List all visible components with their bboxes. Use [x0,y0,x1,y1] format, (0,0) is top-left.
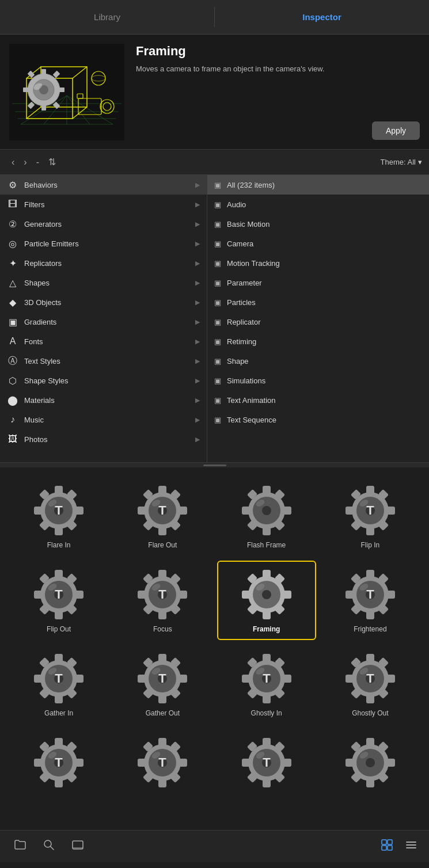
resize-handle[interactable] [0,463,429,467]
item-icon-gradients: ▣ [7,316,18,328]
grid-item-frightened[interactable]: T Frightened [321,561,420,640]
left-item-inner: ◆ 3D Objects [7,296,61,308]
grid-item-label: Framing [253,625,280,633]
left-item-label: Music [24,416,44,424]
grid-item-item16[interactable] [321,729,420,800]
right-item-text_sequence[interactable]: ▣ Text Sequence [207,410,429,429]
right-item-replicator[interactable]: ▣ Replicator [207,312,429,332]
folder-icon [14,839,26,851]
grid-item-ghostly_out[interactable]: T Ghostly Out [321,645,420,724]
left-item-filters[interactable]: 🎞 Filters ▶ [0,195,207,214]
left-item-inner: ▣ Gradients [7,316,56,328]
search-button[interactable] [40,836,58,856]
left-item-fonts[interactable]: A Fonts ▶ [0,332,207,351]
back-button[interactable]: ‹ [7,155,19,170]
right-item-text_animation[interactable]: ▣ Text Animation [207,390,429,410]
forward-button[interactable]: › [19,155,31,170]
theme-selector[interactable]: Theme: All ▾ [381,158,422,166]
right-item-label: Camera [227,239,253,248]
grid-item-flash_frame[interactable]: Flash Frame [217,477,316,556]
left-item-text_styles[interactable]: Ⓐ Text Styles ▶ [0,351,207,371]
folder-button[interactable] [12,836,29,856]
left-item-inner: ⚙ Behaviors [7,179,58,191]
grid-item-focus[interactable]: T Focus [113,561,212,640]
gear-icon-gather_in: T [33,653,85,705]
left-item-inner: ⬡ Shape Styles [7,375,69,386]
grid-item-flip_out[interactable]: T Flip Out [9,561,108,640]
right-item-camera[interactable]: ▣ Camera [207,234,429,253]
browser: ⚙ Behaviors ▶ 🎞 Filters ▶ ② Generators ▶… [0,175,429,463]
right-item-retiming[interactable]: ▣ Retiming [207,332,429,351]
right-item-motion_tracking[interactable]: ▣ Motion Tracking [207,253,429,273]
left-item-label: Gradients [24,318,56,326]
gear-icon-flip_in: T [344,485,396,536]
left-item-gradients[interactable]: ▣ Gradients ▶ [0,312,207,332]
grid-item-flare_out[interactable]: T Flare Out [113,477,212,556]
updown-button[interactable]: ⇅ [44,154,60,170]
grid-item-flip_in[interactable]: T Flip In [321,477,420,556]
left-item-shape_styles[interactable]: ⬡ Shape Styles ▶ [0,371,207,390]
preview-thumbnail [9,44,124,140]
left-item-label: Replicators [24,259,62,268]
grid-item-gather_in[interactable]: T Gather In [9,645,108,724]
grid-item-label: Ghostly In [251,709,282,717]
item-icon-particle_emitters: ◎ [7,238,18,249]
gear-icon-item14: T [136,737,188,789]
left-item-label: 3D Objects [24,298,61,307]
left-item-shapes[interactable]: △ Shapes ▶ [0,273,207,292]
right-item-particles[interactable]: ▣ Particles [207,292,429,312]
right-item-audio[interactable]: ▣ Audio [207,195,429,214]
separator-button[interactable]: - [32,155,44,170]
svg-rect-246 [382,846,386,850]
grid-item-ghostly_in[interactable]: T Ghostly In [217,645,316,724]
svg-text:T: T [366,587,374,601]
item-icon-fonts: A [7,336,18,347]
item-icon-text_styles: Ⓐ [7,355,18,367]
svg-rect-21 [59,87,64,92]
right-item-basic_motion[interactable]: ▣ Basic Motion [207,214,429,234]
item-icon-filters: 🎞 [7,199,18,210]
grid-item-item14[interactable]: T [113,729,212,800]
tab-inspector[interactable]: Inspector [215,0,429,34]
left-item-label: Photos [24,435,47,444]
left-item-behaviors[interactable]: ⚙ Behaviors ▶ [0,175,207,195]
grid-item-label: Flare Out [148,541,177,549]
left-panel: ⚙ Behaviors ▶ 🎞 Filters ▶ ② Generators ▶… [0,175,207,462]
left-item-inner: ② Generators [7,218,62,230]
grid-item-item13[interactable]: T [9,729,108,800]
grid-item-label: Gather Out [146,709,180,717]
grid-view-icon [381,839,393,851]
left-item-label: Behaviors [24,181,58,189]
left-item-inner: ✦ Replicators [7,257,62,269]
tab-library[interactable]: Library [0,0,214,34]
grid-item-gather_out[interactable]: T Gather Out [113,645,212,724]
left-item-photos[interactable]: 🖼 Photos ▶ [0,429,207,449]
folder-icon-small: ▣ [214,396,221,405]
left-item-replicators[interactable]: ✦ Replicators ▶ [0,253,207,273]
grid-item-framing[interactable]: Framing [217,561,316,640]
grid-item-item15[interactable]: T [217,729,316,800]
right-item-shape[interactable]: ▣ Shape [207,351,429,371]
grid-view-button[interactable] [381,839,393,854]
preview-button[interactable] [69,836,86,856]
apply-button[interactable]: Apply [372,121,420,140]
left-item-3d_objects[interactable]: ◆ 3D Objects ▶ [0,292,207,312]
folder-icon-small: ▣ [214,239,221,248]
svg-text:T: T [159,587,167,601]
right-item-all[interactable]: ▣ All (232 items) [207,175,429,195]
right-item-parameter[interactable]: ▣ Parameter [207,273,429,292]
gear-icon-gather_out: T [136,653,188,705]
grid-item-flare_in[interactable]: T Flare In [9,477,108,556]
right-item-label: Shape [227,357,249,366]
menu-button[interactable] [405,839,417,854]
svg-rect-245 [388,840,392,844]
left-item-particle_emitters[interactable]: ◎ Particle Emitters ▶ [0,234,207,253]
left-item-music[interactable]: ♪ Music ▶ [0,410,207,429]
left-item-materials[interactable]: ⬤ Materials ▶ [0,390,207,410]
left-item-generators[interactable]: ② Generators ▶ [0,214,207,234]
preview-artwork [9,44,124,140]
item-icon-replicators: ✦ [7,257,18,269]
preview-description: Moves a camera to frame an object in the… [136,63,420,75]
right-item-simulations[interactable]: ▣ Simulations [207,371,429,390]
folder-icon-small: ▣ [214,220,221,229]
